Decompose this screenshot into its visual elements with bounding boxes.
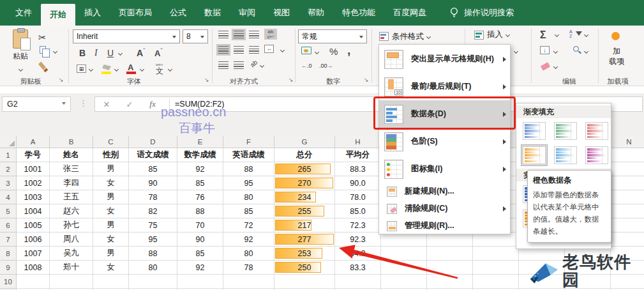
tab-数据[interactable]: 数据 bbox=[195, 0, 230, 26]
cell-N5[interactable] bbox=[611, 204, 644, 218]
cell-C2[interactable]: 男 bbox=[93, 162, 129, 176]
cell-G8[interactable]: 253 bbox=[274, 247, 335, 261]
phonetic-guide-button[interactable]: wén文 bbox=[156, 63, 163, 77]
number-format-combobox[interactable]: 常规 bbox=[298, 29, 367, 43]
cell-E3[interactable]: 85 bbox=[177, 176, 223, 190]
tab-特色功能[interactable]: 特色功能 bbox=[333, 0, 384, 26]
cell-F3[interactable]: 95 bbox=[223, 176, 274, 190]
gradient-bar-option-2[interactable] bbox=[584, 121, 610, 141]
cell-D4[interactable]: 78 bbox=[129, 190, 177, 204]
underline-button[interactable]: U bbox=[107, 48, 114, 58]
cell-C10[interactable] bbox=[93, 275, 129, 289]
formula-bar-splitter[interactable]: ⋮ bbox=[79, 98, 87, 108]
cancel-icon[interactable]: ✕ bbox=[95, 100, 118, 109]
tab-公式[interactable]: 公式 bbox=[161, 0, 195, 26]
fill-chevron-icon[interactable] bbox=[553, 49, 558, 54]
menu-item-mng[interactable]: 管理规则(R)... bbox=[379, 217, 510, 234]
cell-G9[interactable]: 250 bbox=[274, 261, 335, 275]
underline-chevron-icon[interactable] bbox=[118, 51, 123, 56]
cell-A6[interactable]: 1005 bbox=[17, 218, 50, 233]
tab-文件[interactable]: 文件 bbox=[6, 0, 41, 26]
cell-F9[interactable]: 78 bbox=[223, 261, 274, 275]
cell-C3[interactable]: 女 bbox=[93, 176, 129, 190]
tab-帮助[interactable]: 帮助 bbox=[299, 0, 333, 26]
cell-K9[interactable] bbox=[473, 261, 519, 275]
cell-A4[interactable]: 1003 bbox=[17, 190, 50, 204]
cell-E6[interactable]: 70 bbox=[177, 218, 223, 233]
align-top-button[interactable] bbox=[218, 31, 228, 38]
copy-chevron-icon[interactable] bbox=[53, 49, 57, 54]
cell-G10[interactable] bbox=[274, 275, 335, 289]
cell-D8[interactable]: 88 bbox=[129, 247, 177, 261]
row-header-3[interactable]: 3 bbox=[0, 176, 17, 190]
font-size-combobox[interactable]: 8 bbox=[183, 29, 208, 43]
find-select-button[interactable] bbox=[573, 46, 579, 52]
cell-N2[interactable] bbox=[611, 162, 644, 176]
cell-H9[interactable]: 83.3 bbox=[335, 261, 381, 275]
cell-D7[interactable]: 95 bbox=[129, 233, 177, 247]
align-center-button[interactable] bbox=[234, 46, 244, 54]
cell-C7[interactable]: 女 bbox=[93, 233, 129, 247]
menu-item-new[interactable]: 新建规则(N)... bbox=[379, 183, 510, 200]
cell-G3[interactable]: 270 bbox=[274, 176, 335, 190]
comma-style-button[interactable]: , bbox=[347, 43, 350, 57]
cell-N7[interactable] bbox=[611, 233, 644, 247]
grow-font-button[interactable]: Aˆ bbox=[137, 47, 145, 58]
borders-button[interactable]: ⊞ bbox=[77, 65, 86, 73]
increase-indent-button[interactable] bbox=[234, 61, 244, 69]
cell-D3[interactable]: 90 bbox=[129, 176, 177, 190]
row-header-8[interactable]: 8 bbox=[0, 247, 17, 261]
percent-style-button[interactable]: % bbox=[329, 46, 338, 57]
sort-filter-button[interactable]: AZ bbox=[569, 29, 573, 38]
tab-视图[interactable]: 视图 bbox=[264, 0, 299, 26]
cell-F2[interactable]: 88 bbox=[223, 162, 274, 176]
orientation-chevron-icon[interactable] bbox=[260, 63, 264, 68]
column-header-H[interactable]: H bbox=[335, 136, 381, 148]
accounting-format-button[interactable] bbox=[301, 47, 311, 54]
menu-item-db[interactable]: 数据条(D) bbox=[379, 100, 510, 128]
cell-H1[interactable]: 平均分 bbox=[335, 148, 381, 162]
align-left-button[interactable] bbox=[218, 46, 228, 54]
cell-B9[interactable]: 郑十 bbox=[50, 261, 93, 275]
cell-K7[interactable] bbox=[473, 233, 519, 247]
menu-item-cs[interactable]: 色阶(S) bbox=[379, 128, 510, 155]
cell-F8[interactable]: 80 bbox=[223, 247, 274, 261]
row-header-2[interactable]: 2 bbox=[0, 162, 17, 176]
insert-cells-button[interactable]: 插入 bbox=[474, 29, 509, 40]
cell-C5[interactable]: 女 bbox=[93, 204, 129, 218]
addins-button[interactable]: 加载项 bbox=[603, 46, 631, 66]
cell-H7[interactable]: 92.3 bbox=[335, 233, 381, 247]
cell-F6[interactable]: 72 bbox=[223, 218, 274, 233]
delete-chevron-icon[interactable] bbox=[514, 49, 518, 54]
column-header-B[interactable]: B bbox=[50, 136, 93, 148]
cell-C8[interactable]: 男 bbox=[93, 247, 129, 261]
cell-E9[interactable]: 92 bbox=[177, 261, 223, 275]
cell-J9[interactable] bbox=[427, 261, 473, 275]
cell-E2[interactable]: 92 bbox=[177, 162, 223, 176]
row-header-9[interactable]: 9 bbox=[0, 261, 17, 275]
cell-K10[interactable] bbox=[473, 275, 519, 289]
cell-D10[interactable] bbox=[129, 275, 177, 289]
cell-D9[interactable]: 80 bbox=[129, 261, 177, 275]
cell-B8[interactable]: 吴九 bbox=[50, 247, 93, 261]
fill-color-button[interactable] bbox=[102, 65, 111, 70]
tell-me-search[interactable]: 操作说明搜索 bbox=[449, 0, 514, 26]
cell-B1[interactable]: 姓名 bbox=[50, 148, 93, 162]
tab-审阅[interactable]: 审阅 bbox=[230, 0, 264, 26]
column-header-N[interactable]: N bbox=[611, 136, 644, 148]
conditional-formatting-button[interactable]: 条件格式 bbox=[375, 28, 434, 45]
row-header-6[interactable]: 6 bbox=[0, 218, 17, 233]
cell-J8[interactable] bbox=[427, 247, 473, 261]
fill-color-chevron-icon[interactable] bbox=[114, 67, 119, 72]
align-bottom-button[interactable] bbox=[249, 31, 259, 38]
font-name-combobox[interactable]: Inherit bbox=[73, 29, 180, 43]
cell-I8[interactable] bbox=[381, 247, 427, 261]
row-header-10[interactable]: 10 bbox=[0, 275, 17, 289]
cell-B5[interactable]: 赵六 bbox=[50, 204, 93, 218]
gradient-bar-option-5[interactable] bbox=[584, 145, 610, 165]
cell-F4[interactable]: 80 bbox=[223, 190, 274, 204]
cell-A9[interactable]: 1008 bbox=[17, 261, 50, 275]
cell-H8[interactable]: 84.3 bbox=[335, 247, 381, 261]
gradient-bar-option-0[interactable] bbox=[521, 121, 547, 141]
align-middle-button[interactable] bbox=[234, 31, 244, 38]
